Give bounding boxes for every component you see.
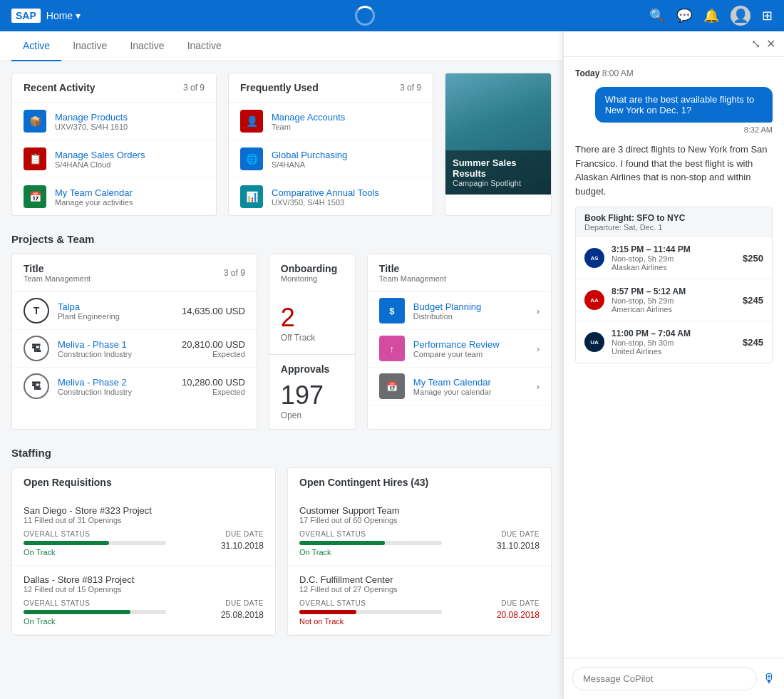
activity-title-2[interactable]: My Team Calendar bbox=[55, 187, 133, 198]
message-time-header: Today 8:00 AM bbox=[575, 68, 773, 78]
contingent-status-label-1: OVERALL STATUS bbox=[299, 599, 483, 607]
team-title-card: Title Team Management $ Budget Planning … bbox=[367, 254, 552, 430]
project-usd-2: 10,280.00 USD bbox=[182, 377, 245, 388]
close-icon[interactable]: ✕ bbox=[766, 37, 775, 51]
req-meta-0: OVERALL STATUS On Track DUE DATE 31.10.2… bbox=[24, 530, 264, 556]
today-label: Today bbox=[575, 68, 599, 78]
flight-info-0: 3:15 PM – 11:44 PM Non-stop, 5h 29m Alas… bbox=[612, 244, 736, 271]
flight-airline-1: American Airlines bbox=[612, 305, 672, 314]
req-progress-bar-0 bbox=[24, 541, 166, 545]
projects-subtitle: Team Management bbox=[24, 274, 91, 283]
freq-title-2[interactable]: Comparative Annual Tools bbox=[272, 187, 379, 198]
activity-icon-2: 📅 bbox=[24, 185, 46, 208]
tab-inactive-3[interactable]: Inactive bbox=[176, 31, 233, 61]
project-item-2: 🏗 Meliva - Phase 2 Construction Industry… bbox=[12, 368, 257, 405]
header-center bbox=[355, 6, 375, 26]
project-sub-0: Plant Engineering bbox=[58, 312, 173, 321]
project-info-1: Meliva - Phase 1 Construction Industry bbox=[58, 339, 173, 358]
req-status-label-0: OVERALL STATUS bbox=[24, 530, 207, 538]
open-contingent-title: Open Contingent Hires (43) bbox=[299, 477, 540, 488]
activity-title-0[interactable]: Manage Products bbox=[55, 112, 128, 123]
flight-details-1: Non-stop, 5h 29m American Airlines bbox=[612, 296, 736, 314]
project-amount-1: 20,810.00 USD Expected bbox=[182, 339, 245, 358]
home-label: Home bbox=[46, 10, 73, 21]
project-amount-0: 14,635.00 USD bbox=[182, 306, 245, 316]
messages-icon[interactable]: 💬 bbox=[676, 8, 692, 24]
activity-icon-0: 📦 bbox=[24, 110, 46, 133]
tab-inactive-1[interactable]: Inactive bbox=[61, 31, 118, 61]
freq-subtitle-1: S/4HANA bbox=[272, 160, 347, 169]
banner-title: Summer Sales Results bbox=[453, 157, 545, 179]
approvals-number: 197 bbox=[281, 380, 344, 410]
project-name-1[interactable]: Meliva - Phase 1 bbox=[58, 339, 173, 350]
flight-details-0: Non-stop, 5h 29m Alaskan Airlines bbox=[612, 254, 736, 271]
user-message: What are the best available flights to N… bbox=[595, 87, 773, 123]
flight-item-2: UA 11:00 PM – 7:04 AM Non-stop, 5h 30m U… bbox=[576, 321, 772, 363]
freq-subtitle-2: UXV/350, S/4H 1503 bbox=[272, 198, 379, 207]
freq-title-1[interactable]: Global Purchasing bbox=[272, 150, 347, 160]
team-item-0: $ Budget Planning Distribution › bbox=[368, 292, 551, 330]
flight-card-sub: Departure: Sat, Dec. 1 bbox=[584, 223, 763, 232]
flight-item-0: AS 3:15 PM – 11:44 PM Non-stop, 5h 29m A… bbox=[576, 237, 772, 279]
project-info-0: Talpa Plant Engineering bbox=[58, 301, 173, 321]
tab-inactive-2[interactable]: Inactive bbox=[118, 31, 175, 61]
open-contingent-card: Open Contingent Hires (43) Customer Supp… bbox=[287, 467, 552, 636]
grid-icon[interactable]: ⊞ bbox=[762, 8, 773, 24]
project-usd-0: 14,635.00 USD bbox=[182, 306, 245, 316]
project-icon-2: 🏗 bbox=[24, 373, 49, 399]
team-icon-2: 📅 bbox=[379, 373, 405, 399]
project-amount-2: 10,280.00 USD Expected bbox=[182, 377, 245, 396]
frequently-used-count: 3 of 9 bbox=[400, 83, 421, 93]
contingent-due-date-0: 31.10.2018 bbox=[497, 541, 540, 551]
onboarding-title: Onboarding bbox=[281, 263, 344, 274]
activity-icon-1: 📋 bbox=[24, 147, 46, 170]
flight-nonstop-2: Non-stop, 5h 30m bbox=[612, 338, 674, 347]
team-name-0[interactable]: Budget Planning bbox=[413, 301, 528, 312]
team-arrow-0: › bbox=[537, 306, 540, 316]
contingent-due-1: DUE DATE 20.08.2018 bbox=[483, 599, 540, 620]
projects-row: Title Team Management 3 of 9 T Talpa Pla… bbox=[11, 254, 552, 430]
team-name-1[interactable]: Performance Review bbox=[413, 339, 528, 350]
flight-price-2: $245 bbox=[743, 337, 763, 348]
search-icon[interactable]: 🔍 bbox=[649, 8, 665, 24]
contingent-name-1: D.C. Fulfillment Center bbox=[299, 574, 540, 585]
recent-activity-item: 📋 Manage Sales Orders S/4HANA Cloud bbox=[12, 140, 216, 178]
tab-active[interactable]: Active bbox=[11, 31, 61, 61]
dropdown-icon: ▾ bbox=[76, 10, 81, 21]
activity-subtitle-0: UXV/370, S/4H 1610 bbox=[55, 123, 128, 131]
req-meta-1: OVERALL STATUS On Track DUE DATE 25.08.2… bbox=[24, 599, 264, 626]
contingent-status-1: OVERALL STATUS Not on Track bbox=[299, 599, 483, 626]
recent-activity-item: 📅 My Team Calendar Manage your activitie… bbox=[12, 178, 216, 215]
avatar[interactable]: 👤 bbox=[731, 6, 751, 26]
banner-subtitle: Campagin Spotlight bbox=[453, 179, 545, 187]
activity-subtitle-1: S/4HANA Cloud bbox=[55, 160, 145, 169]
team-name-2[interactable]: My Team Calendar bbox=[413, 377, 528, 388]
req-name-1: Dallas - Store #813 Project bbox=[24, 574, 264, 585]
freq-title-0[interactable]: Manage Accounts bbox=[272, 112, 345, 123]
freq-icon-1: 🌐 bbox=[240, 147, 263, 170]
flight-details-2: Non-stop, 5h 30m United Airlines bbox=[612, 338, 736, 356]
notifications-icon[interactable]: 🔔 bbox=[703, 8, 719, 24]
header-right: 🔍 💬 🔔 👤 ⊞ bbox=[649, 6, 773, 26]
req-progress-fill-0 bbox=[24, 541, 109, 545]
team-title-header: Title Team Management bbox=[368, 254, 551, 292]
activity-title-1[interactable]: Manage Sales Orders bbox=[55, 150, 145, 160]
team-icon-0: $ bbox=[379, 298, 405, 323]
team-title-block: Title Team Management bbox=[379, 263, 446, 283]
team-sub-1: Compare your team bbox=[413, 350, 528, 358]
onboarding-metric: 2 Off Track bbox=[269, 291, 355, 354]
project-name-0[interactable]: Talpa bbox=[58, 301, 173, 312]
freq-text-2: Comparative Annual Tools UXV/350, S/4H 1… bbox=[272, 187, 379, 207]
req-status-label-1: OVERALL STATUS bbox=[24, 599, 207, 607]
contingent-meta-0: OVERALL STATUS On Track DUE DATE 31.10.2… bbox=[299, 530, 540, 556]
expand-icon[interactable]: ⤡ bbox=[751, 37, 760, 51]
team-sub-2: Manage your calendar bbox=[413, 388, 528, 396]
team-item-2: 📅 My Team Calendar Manage your calendar … bbox=[368, 368, 551, 405]
home-nav[interactable]: Home ▾ bbox=[46, 10, 81, 21]
contingent-meta-1: OVERALL STATUS Not on Track DUE DATE 20.… bbox=[299, 599, 540, 626]
flight-time-1: 8:57 PM – 5:12 AM bbox=[612, 286, 736, 296]
approvals-section: Approvals 197 Open bbox=[269, 354, 355, 429]
project-info-2: Meliva - Phase 2 Construction Industry bbox=[58, 377, 173, 396]
flight-time-2: 11:00 PM – 7:04 AM bbox=[612, 328, 736, 338]
project-name-2[interactable]: Meliva - Phase 2 bbox=[58, 377, 173, 388]
